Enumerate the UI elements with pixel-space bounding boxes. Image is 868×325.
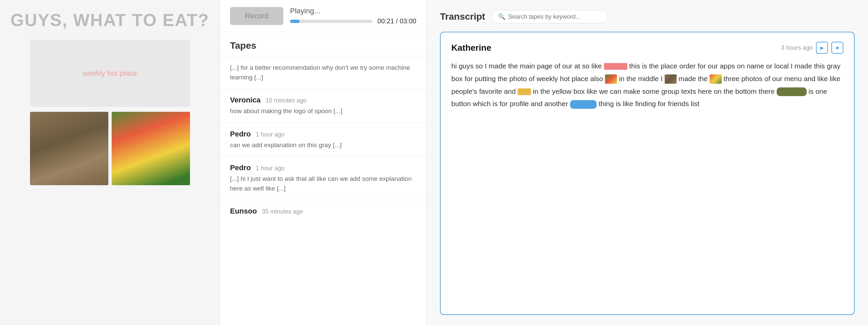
tape-time: 1 hour ago [256, 131, 284, 138]
tape-item-header: Veronica 10 minutes ago [230, 96, 416, 105]
gray-box-label: weekly hot place [83, 69, 137, 78]
transcript-text-segment: hi guys so I made the main page of our a… [451, 62, 602, 70]
time-display: 00:21 / 03:00 [377, 17, 416, 25]
progress-bar-fill [290, 20, 300, 23]
tape-item[interactable]: [...] for a better recommendation why do… [220, 56, 426, 89]
inline-food-image-3 [710, 75, 722, 84]
toolbar: Record Playing... 00:21 / 03:00 [220, 0, 426, 32]
transcript-text: hi guys so I made the main page of our a… [451, 60, 843, 110]
tape-preview: [...] hi I just want to ask that all lik… [230, 174, 416, 193]
tape-time: 1 hour ago [256, 165, 284, 172]
salad-image [112, 112, 190, 185]
play-button[interactable]: ▶ [816, 42, 828, 54]
stop-button[interactable]: ■ [831, 42, 843, 54]
tape-item[interactable]: Pedro 1 hour ago [...] hi I just want to… [220, 156, 426, 200]
tape-preview: [...] for a better recommendation why do… [230, 64, 410, 81]
app-title: GUYS, WHAT TO EAT? [10, 10, 209, 30]
inline-food-image-2 [665, 75, 677, 84]
progress-row: 00:21 / 03:00 [290, 17, 416, 25]
tape-speaker: Pedro [230, 164, 251, 172]
highlight-olive [777, 87, 807, 96]
highlight-yellow [518, 88, 531, 95]
highlight-pink [604, 63, 627, 70]
transcript-meta: 3 hours ago ▶ ■ [781, 42, 843, 54]
left-panel: GUYS, WHAT TO EAT? weekly hot place [0, 0, 220, 325]
playing-label: Playing... [290, 7, 416, 16]
transcript-speaker: Katherine [451, 43, 491, 53]
tape-time: 10 minutes ago [266, 97, 307, 104]
transcript-card-header: Katherine 3 hours ago ▶ ■ [451, 42, 843, 54]
highlight-blue [570, 100, 597, 109]
tape-speaker: Pedro [230, 130, 251, 139]
tape-preview: how about making the logo of spoon [...] [230, 107, 416, 116]
tape-item[interactable]: Pedro 1 hour ago can we add explanation … [220, 123, 426, 157]
tape-time: 35 minutes ago [262, 208, 303, 215]
tape-item[interactable]: Eunsoo 35 minutes ago [220, 200, 426, 224]
progress-bar-background[interactable] [290, 20, 372, 23]
transcript-time: 3 hours ago [781, 45, 813, 51]
tape-speaker: Eunsoo [230, 207, 257, 215]
search-icon: 🔍 [498, 13, 505, 20]
tape-preview: can we add explanation on this gray [...… [230, 141, 416, 150]
search-input[interactable] [508, 13, 601, 20]
transcript-header: Transcript 🔍 [440, 10, 855, 23]
middle-panel: Record Playing... 00:21 / 03:00 Tapes [.… [220, 0, 427, 325]
tape-item-header: Pedro 1 hour ago [230, 164, 416, 172]
burger-placeholder [30, 112, 108, 185]
tape-item-header: Eunsoo 35 minutes ago [230, 207, 416, 215]
tape-speaker: Veronica [230, 96, 261, 105]
transcript-text-segment: in the middle I [619, 75, 663, 82]
weekly-hot-place-box: weekly hot place [30, 40, 190, 107]
food-images-row [30, 112, 190, 185]
burger-image [30, 112, 108, 185]
transcript-text-segment: made the [678, 75, 708, 82]
salad-placeholder [112, 112, 190, 185]
playing-section: Playing... 00:21 / 03:00 [290, 7, 416, 25]
transcript-title: Transcript [440, 11, 485, 22]
transcript-text-segment: in the yellow box like we can make some … [533, 87, 775, 95]
tapes-header: Tapes [220, 32, 426, 56]
right-panel: Transcript 🔍 Katherine 3 hours ago ▶ ■ h… [427, 0, 868, 325]
tapes-list: [...] for a better recommendation why do… [220, 56, 426, 325]
record-button[interactable]: Record [230, 7, 283, 25]
inline-food-image [605, 75, 617, 84]
tape-item[interactable]: Veronica 10 minutes ago how about making… [220, 89, 426, 123]
left-content: weekly hot place [7, 40, 213, 185]
transcript-text-segment: thing is like finding for friends list [599, 100, 699, 108]
transcript-card: Katherine 3 hours ago ▶ ■ hi guys so I m… [440, 32, 855, 315]
tape-item-header: Pedro 1 hour ago [230, 130, 416, 139]
search-box[interactable]: 🔍 [492, 10, 608, 23]
